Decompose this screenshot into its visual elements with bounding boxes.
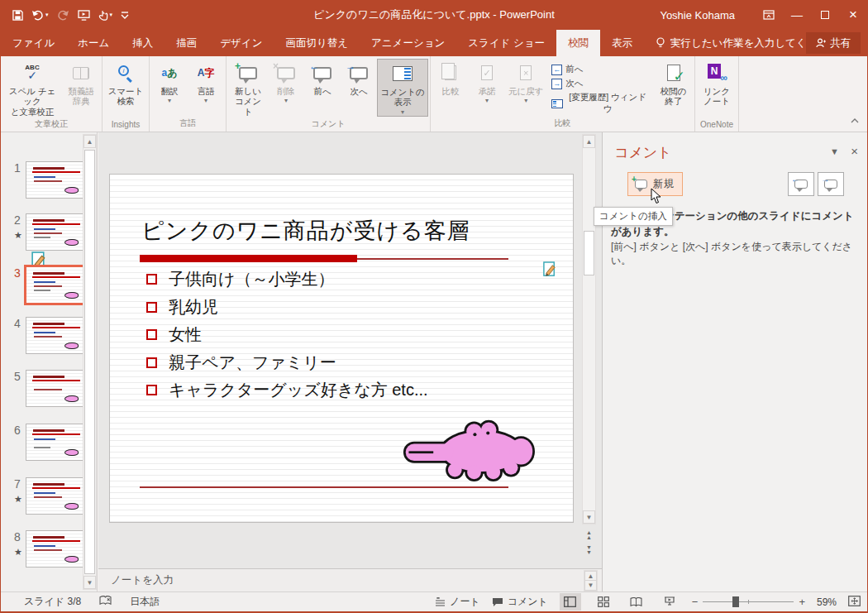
close-button[interactable]: × <box>839 0 867 30</box>
customize-qat-button[interactable] <box>121 11 129 20</box>
touch-mouse-mode-button[interactable]: ▾ <box>98 10 113 21</box>
reject-icon: × <box>520 62 532 84</box>
slide-2-thumbnail[interactable] <box>26 213 85 251</box>
slide-title[interactable]: ピンクのワニ商品が受ける客層 <box>141 216 470 246</box>
spell-check-icon: ABC✓ <box>25 62 39 84</box>
zoom-track[interactable] <box>703 601 794 602</box>
previous-comment-button[interactable]: ← 前へ <box>304 59 341 117</box>
slide-6-thumbnail[interactable] <box>26 424 85 461</box>
ribbon-display-options-button[interactable] <box>755 0 783 30</box>
next-comment-pane-button[interactable]: → <box>818 172 844 196</box>
end-review-button[interactable]: 校閲の 終了 <box>654 59 693 116</box>
notes-placeholder[interactable]: ノートを入力 <box>111 573 174 587</box>
previous-slide-button[interactable]: ▲▲ <box>582 530 596 540</box>
undo-button[interactable]: ▾ <box>31 10 49 21</box>
zoom-out-icon[interactable]: − <box>692 596 699 608</box>
translate-button[interactable]: aあ 翻訳 <box>151 59 188 116</box>
save-button[interactable] <box>12 10 23 21</box>
slide-7-thumbnail[interactable] <box>26 477 85 515</box>
spell-check-status-icon[interactable] <box>99 596 112 609</box>
thumbnail-scrollbar-thumb[interactable] <box>84 150 95 574</box>
previous-comment-pane-button[interactable]: ← <box>788 172 814 196</box>
pink-crocodile-drawing[interactable] <box>401 416 537 486</box>
tab-animations[interactable]: アニメーション <box>360 30 456 56</box>
thumbnail-scroll-up-icon[interactable]: ▲ <box>83 135 96 148</box>
maximize-button[interactable] <box>811 0 839 30</box>
slide-canvas[interactable]: ピンクのワニ商品が受ける客層 子供向け（～小学生） 乳幼児 女性 親子ペア、ファ… <box>109 174 574 523</box>
slide-scrollbar-thumb[interactable] <box>584 231 594 275</box>
slide-8-number: 8 <box>14 530 21 544</box>
slide-5-thumbnail[interactable] <box>26 370 85 407</box>
slide-7-animation-star-icon <box>14 494 22 505</box>
tab-home[interactable]: ホーム <box>66 30 121 56</box>
language-button[interactable]: A字 言語 <box>188 59 224 116</box>
tab-insert[interactable]: 挿入 <box>121 30 165 56</box>
normal-view-button[interactable] <box>560 593 581 611</box>
next-slide-button[interactable]: ▼▼ <box>582 545 596 555</box>
quick-access-toolbar: ▾ ▾ <box>1 10 166 21</box>
compare-small-buttons: ← 前へ → 次へ [変更履歴] ウィンドウ <box>546 59 654 116</box>
slide-3-thumbnail[interactable] <box>24 265 87 305</box>
smart-lookup-button[interactable]: i スマート 検索 <box>104 59 147 118</box>
notes-scrollbar[interactable]: ▲ ▼ <box>584 570 598 591</box>
slide-4-thumbnail[interactable] <box>26 317 85 354</box>
notes-scroll-down-icon[interactable]: ▼ <box>584 580 597 591</box>
slide-scroll-up-icon[interactable]: ▲ <box>583 135 595 148</box>
previous-change-button[interactable]: ← 前へ <box>551 64 649 75</box>
touch-mode-dropdown-arrow[interactable]: ▾ <box>110 12 113 18</box>
lightbulb-icon <box>656 37 665 49</box>
accept-button: ✓ 承諾 <box>469 59 505 116</box>
slide-bullet-list[interactable]: 子供向け（～小学生） 乳幼児 女性 親子ペア、ファミリー キャラクターグッズ好き… <box>146 266 428 405</box>
share-button[interactable]: 共有 <box>806 32 861 54</box>
zoom-thumb[interactable] <box>732 596 739 607</box>
tab-view[interactable]: 表示 <box>600 30 644 56</box>
slideshow-view-button[interactable] <box>659 593 680 611</box>
notes-pane[interactable]: ノートを入力 <box>98 568 602 591</box>
language-status[interactable]: 日本語 <box>130 595 160 609</box>
slide-1-thumbnail[interactable] <box>26 161 85 199</box>
slide-7-number: 7 <box>14 477 21 491</box>
slide-indicator[interactable]: スライド 3/8 <box>24 595 81 609</box>
comments-toggle[interactable]: コメント <box>492 595 548 609</box>
tab-slideshow[interactable]: スライド ショー <box>456 30 556 56</box>
minimize-button[interactable]: — <box>783 0 811 30</box>
tab-review[interactable]: 校閲 <box>556 30 600 56</box>
collapse-ribbon-button[interactable] <box>851 112 859 127</box>
end-review-icon <box>667 62 680 84</box>
next-comment-button[interactable]: → 次へ <box>341 59 377 117</box>
ribbon-group-compare: 比較 ✓ 承諾 × 元に戻す ← 前へ → 次へ <box>431 56 695 132</box>
zoom-level[interactable]: 59% <box>817 596 837 608</box>
zoom-in-icon[interactable]: + <box>799 596 805 608</box>
undo-dropdown-arrow[interactable]: ▾ <box>45 12 49 18</box>
next-change-button[interactable]: → 次へ <box>551 78 649 89</box>
linked-notes-button[interactable]: N∞ リンク ノート <box>697 59 737 118</box>
start-slideshow-button[interactable] <box>78 10 90 21</box>
reading-view-button[interactable] <box>626 593 647 611</box>
bullet-square-icon <box>146 357 157 368</box>
fit-to-window-button[interactable] <box>848 596 861 609</box>
tab-draw[interactable]: 描画 <box>165 30 208 56</box>
slide-scroll-down-icon[interactable]: ▼ <box>583 510 595 524</box>
thumbnail-scrollbar[interactable]: ▲ ▼ <box>83 134 97 590</box>
next-comment-bubble-icon: → <box>824 180 837 189</box>
show-comments-button[interactable]: コメントの 表示 <box>377 59 428 117</box>
maximize-icon <box>821 11 829 19</box>
redo-icon <box>57 10 69 21</box>
comments-pane-menu-icon[interactable]: ▼ <box>830 146 839 156</box>
revisions-pane-button[interactable]: [変更履歴] ウィンドウ <box>551 92 649 115</box>
tab-design[interactable]: デザイン <box>208 30 274 56</box>
slide-sorter-view-button[interactable] <box>593 593 614 611</box>
spell-check-button[interactable]: ABC✓ スペル チェック と文章校正 <box>2 59 62 117</box>
new-comment-button[interactable]: + 新しい コメント <box>228 59 268 117</box>
slide-comment-marker-icon[interactable] <box>542 261 558 282</box>
comments-pane-close-icon[interactable]: × <box>851 144 858 158</box>
tab-transitions[interactable]: 画面切り替え <box>274 30 360 56</box>
user-name[interactable]: Yoshie Kohama <box>660 9 735 22</box>
zoom-slider[interactable]: − + <box>692 596 805 608</box>
slide-scrollbar[interactable]: ▲ ▼ <box>582 134 596 524</box>
thumbnail-scroll-down-icon[interactable]: ▼ <box>83 576 96 589</box>
tab-file[interactable]: ファイル <box>1 30 66 56</box>
slide-8-thumbnail[interactable] <box>26 530 85 568</box>
chevron-up-icon <box>851 118 859 123</box>
notes-toggle[interactable]: ノート <box>435 595 480 609</box>
